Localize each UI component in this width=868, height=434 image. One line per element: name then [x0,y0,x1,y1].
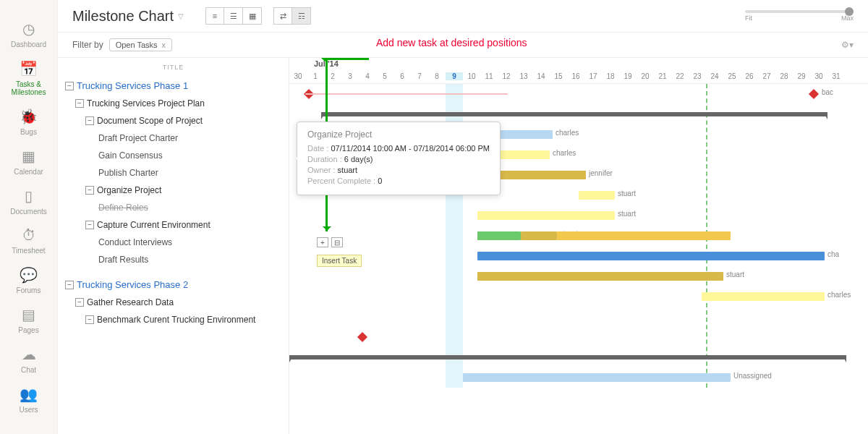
view-gantt-button[interactable]: ☶ [292,7,311,25]
task-label: Capture Current Environment [97,220,210,230]
gantt-bar[interactable] [477,272,723,281]
sidebar-item-pages[interactable]: ▤Pages [0,300,57,340]
collapse-toggle-icon[interactable]: − [65,281,74,289]
day-cell: 24 [706,72,723,80]
day-cell: 19 [619,72,637,80]
collapse-toggle-icon[interactable]: − [65,82,74,90]
gantt-bar[interactable] [557,231,731,240]
task-tooltip: Organize Project Date : 07/11/2014 10:00… [297,122,501,195]
task-row[interactable] [58,268,289,276]
tooltip-date-start: 07/11/2014 10:00 AM [331,144,407,153]
day-cell: 8 [428,72,446,80]
sidebar-item-documents[interactable]: ▯Documents [0,182,57,221]
view-outline-button[interactable]: ☰ [224,7,243,25]
view-list-button[interactable]: ≡ [205,7,224,25]
day-cell: 23 [689,72,706,80]
collapse-toggle-icon[interactable]: − [85,186,94,195]
sidebar-label: Documents [10,208,47,216]
task-label: Organize Project [97,185,161,195]
pages-icon: ▤ [22,306,35,323]
task-label: Benchmark Curent Trucking Environment [97,315,255,325]
view-grid-button[interactable]: ▦ [243,7,262,25]
gantt-bar[interactable] [521,231,557,240]
gantt-bar[interactable] [463,373,731,382]
collapse-toggle-icon[interactable]: − [75,298,84,307]
gantt-bar[interactable] [579,191,615,200]
day-cell: 27 [758,72,775,80]
gantt-bar[interactable] [702,292,825,301]
gantt-bar-label: stuart [618,190,636,197]
task-row[interactable]: −Benchmark Curent Trucking Environment [58,311,289,328]
insert-subtask-button[interactable]: ⊟ [331,237,343,247]
task-row[interactable]: −Document Scope of Project [58,112,289,129]
tooltip-date-label: Date : [307,144,328,153]
milestone-label: bac [822,88,833,96]
task-row[interactable]: −Trucking Services Project Plan [58,95,289,112]
sidebar-label: Dashboard [11,41,46,48]
task-row[interactable]: Define Roles [58,199,289,216]
sidebar-item-forums[interactable]: 💬Forums [0,260,57,300]
view-compact-button[interactable]: ⇄ [273,7,292,25]
day-cell: 12 [498,72,515,80]
task-row[interactable]: Conduct Interviews [58,234,289,251]
filter-chip[interactable]: Open Tasks x [109,38,172,51]
tooltip-owner-label: Owner : [307,166,336,174]
sidebar-item-users[interactable]: 👥Users [0,380,57,420]
day-cell: 31 [827,72,845,80]
task-row[interactable]: −Organize Project [58,182,289,199]
chat-icon: ☁ [22,346,36,363]
day-cell: 10 [463,72,480,80]
timeline-header: Jul '14 30123456789101112131415161718192… [289,58,868,84]
app-sidebar: ◷Dashboard 📅Tasks & Milestones 🐞Bugs ▦Ca… [0,0,58,434]
sidebar-label: Users [19,406,38,414]
day-cell: 30 [289,72,307,80]
zoom-handle[interactable] [845,7,854,16]
collapse-toggle-icon[interactable]: − [85,315,94,324]
task-row[interactable]: Gain Consensus [58,147,289,164]
sidebar-item-dashboard[interactable]: ◷Dashboard [0,14,57,54]
task-row[interactable]: −Trucking Services Phase 1 [58,77,289,95]
task-row[interactable]: Publish Charter [58,164,289,182]
forums-icon: 💬 [20,266,38,284]
day-cell: 22 [671,72,689,80]
day-cell: 13 [515,72,532,80]
day-cell: 4 [359,72,376,80]
tooltip-duration-label: Duration : [307,155,342,163]
calendar-icon: ▦ [22,148,35,165]
gantt-bar-label: stuart [618,210,636,218]
sidebar-label: Chat [21,366,36,374]
task-row[interactable]: Draft Project Charter [58,129,289,147]
task-label: Trucking Services Phase 1 [77,80,188,91]
tasks-icon: 📅 [20,60,38,77]
gantt-bar[interactable] [477,231,521,240]
settings-gear-icon[interactable]: ⚙▾ [841,40,854,50]
zoom-slider[interactable]: FitMax [745,10,854,22]
gantt-bar[interactable] [477,211,615,220]
tooltip-title: Organize Project [307,129,490,140]
gantt-summary-bar[interactable] [321,112,827,116]
sidebar-item-bugs[interactable]: 🐞Bugs [0,102,57,142]
sidebar-item-chat[interactable]: ☁Chat [0,340,57,380]
milestone-diamond-icon[interactable] [357,332,367,342]
day-cell: 5 [376,72,393,80]
tooltip-date-end: 07/18/2014 06:00 PM [414,144,490,153]
sidebar-item-tasks[interactable]: 📅Tasks & Milestones [0,54,57,102]
milestone-diamond-icon[interactable] [809,89,819,99]
tree-header: TITLE [58,58,289,77]
collapse-toggle-icon[interactable]: − [75,99,84,108]
gantt-summary-bar[interactable] [289,355,846,359]
insert-task-button[interactable]: + [317,237,328,247]
gantt-bar[interactable] [477,252,825,260]
task-row[interactable]: −Capture Current Environment [58,216,289,234]
filter-chip-remove-icon[interactable]: x [162,41,166,49]
collapse-toggle-icon[interactable]: − [85,116,94,125]
sidebar-item-timesheet[interactable]: ⏱Timesheet [0,221,57,260]
task-row[interactable]: Draft Results [58,251,289,268]
title-dropdown-icon[interactable]: ▽ [178,12,184,20]
task-row[interactable]: −Gather Research Data [58,294,289,311]
task-row[interactable]: −Trucking Services Phase 2 [58,276,289,294]
annotation-text: Add new task at desired positions [376,37,527,48]
collapse-toggle-icon[interactable]: − [85,221,94,229]
sidebar-item-calendar[interactable]: ▦Calendar [0,142,57,182]
gantt-bar-label: stuart [726,271,744,278]
